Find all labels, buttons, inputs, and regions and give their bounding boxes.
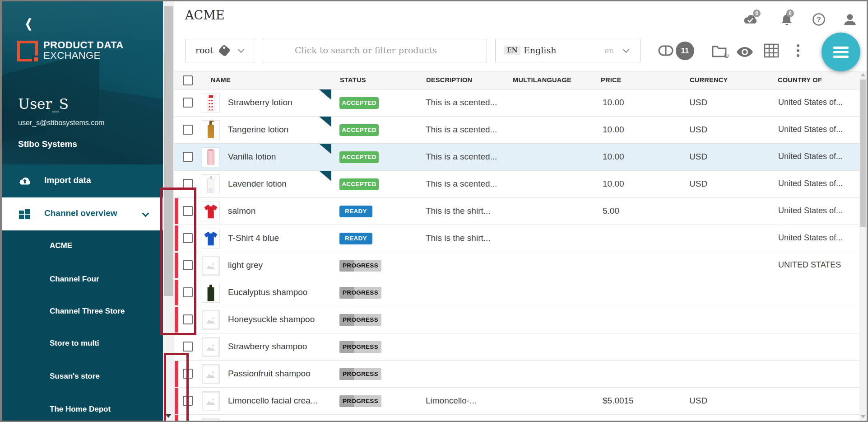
logo-line1: PRODUCT DATA	[43, 40, 124, 50]
product-currency: USD	[689, 98, 707, 108]
sidebar-item-channel-overview[interactable]: Channel overview	[0, 197, 163, 230]
dashboard-grid-icon	[18, 208, 32, 220]
user-name: User_S	[18, 96, 69, 112]
sidebar-item-label: Channel overview	[44, 208, 117, 218]
grid-view-icon[interactable]	[764, 43, 779, 58]
sidebar-channel-channel-four[interactable]: Channel Four	[50, 275, 153, 286]
status-badge: PROGRESS	[339, 341, 381, 353]
sidebar-channel-susan-s-store[interactable]: Susan's store	[50, 372, 153, 384]
row-checkbox[interactable]	[183, 342, 193, 352]
sidebar-channel-channel-three-store[interactable]: Channel Three Store	[50, 307, 153, 319]
table-row-passionfruit-shampoo[interactable]: Passionfruit shampooPROGRESS	[174, 361, 859, 388]
table-row-light-grey[interactable]: light greyPROGRESSUNITED STATES	[174, 252, 859, 279]
language-label: English	[524, 45, 556, 55]
product-name: light grey	[228, 260, 263, 270]
column-header-country-of[interactable]: COUNTRY OF	[778, 76, 822, 84]
bell-badge: 0	[786, 9, 794, 17]
product-price: 10.00	[603, 152, 624, 162]
product-name: Strawberry lotion	[228, 98, 292, 108]
sidebar-channel-the-home-depot[interactable]: The Home Depot	[50, 405, 153, 417]
mapped-count-badge[interactable]: 11	[676, 42, 694, 60]
table-row-strawberry-shampoo[interactable]: Strawberry shampooPROGRESS	[174, 333, 859, 361]
column-header-price[interactable]: PRICE	[601, 76, 622, 84]
menu-fab-button[interactable]	[822, 33, 860, 71]
checkbox-annotation-box-1	[160, 188, 196, 335]
status-badge: PROGRESS	[339, 368, 381, 380]
product-country: United States of...	[778, 179, 843, 188]
kebab-menu-icon[interactable]	[795, 43, 801, 59]
tshirt-thumbnail	[203, 230, 219, 247]
hierarchy-context-selector[interactable]: root	[185, 39, 254, 62]
product-currency: USD	[689, 396, 707, 406]
context-selector-value: root	[195, 45, 214, 55]
table-row-vanilla-lotion[interactable]: Vanilla lotionACCEPTEDThis is a scented.…	[174, 144, 859, 171]
select-all-checkbox[interactable]	[183, 75, 193, 85]
product-country: United States of...	[778, 125, 843, 134]
scrollbar-down-arrow-icon[interactable]	[861, 415, 865, 418]
product-price: 10.00	[603, 179, 624, 189]
product-price: $5.0015	[603, 396, 634, 406]
product-thumbnail	[202, 310, 220, 330]
status-badge: PROGRESS	[339, 260, 381, 272]
product-price: 10.00	[603, 98, 624, 108]
table-row-strawberry-lotion[interactable]: Strawberry lotionACCEPTEDThis is a scent…	[174, 89, 859, 117]
table-row-tangerine-lotion[interactable]: Tangerine lotionACCEPTEDThis is a scente…	[174, 117, 859, 144]
product-name: salmon	[228, 206, 255, 216]
person-icon[interactable]	[842, 13, 858, 26]
status-badge: PROGRESS	[339, 395, 381, 407]
toggle-pill-icon[interactable]	[658, 45, 673, 56]
status-badge: ACCEPTED	[339, 151, 379, 163]
product-table: Strawberry lotionACCEPTEDThis is a scent…	[174, 89, 859, 421]
window-border	[0, 0, 2, 422]
table-scrollbar[interactable]	[859, 71, 867, 421]
checkbox-annotation-box-2	[164, 353, 189, 422]
column-header-description[interactable]: DESCRIPTION	[426, 76, 472, 84]
sidebar: ❮ PRODUCT DATA EXCHANGE User_S user_s@st…	[0, 0, 163, 422]
product-data-exchange-logo: PRODUCT DATA EXCHANGE	[17, 40, 124, 61]
table-row-limoncello-facial-crea[interactable]: Limoncello facial crea...PROGRESSLimonce…	[174, 388, 859, 415]
sidebar-channel-acme[interactable]: ACME	[50, 241, 153, 253]
product-country: United States of...	[778, 98, 843, 107]
scrollbar-thumb[interactable]	[860, 80, 866, 227]
product-name: Honeysuckle shampoo	[228, 314, 315, 324]
table-row-lavender-lotion[interactable]: Lavender lotionACCEPTEDThis is a scented…	[174, 171, 859, 198]
collapse-sidebar-icon[interactable]: ❮	[25, 16, 32, 30]
row-checkbox[interactable]	[183, 152, 193, 162]
table-row-eucalyptus-shampoo[interactable]: Eucalyptus shampooPROGRESS	[174, 279, 859, 306]
image-placeholder-icon	[202, 392, 219, 411]
column-header-status[interactable]: STATUS	[340, 76, 366, 84]
column-header-currency[interactable]: CURRENCY	[690, 76, 728, 84]
table-row-honeysuckle-shampoo[interactable]: Honeysuckle shampooPROGRESS	[174, 306, 859, 333]
product-thumbnail	[202, 256, 220, 276]
product-thumbnail	[202, 337, 220, 357]
product-name: Limoncello facial crea...	[228, 396, 318, 406]
tag-icon	[218, 44, 231, 57]
table-row-partial[interactable]: PROGRESS	[174, 415, 859, 421]
help-icon[interactable]: ?	[811, 13, 826, 26]
status-badge: ACCEPTED	[339, 97, 379, 109]
table-row-salmon[interactable]: salmonREADYThis is the shirt...5.00Unite…	[174, 198, 859, 225]
row-checkbox[interactable]	[183, 125, 193, 135]
column-header-name[interactable]: NAME	[211, 76, 231, 84]
sidebar-channel-store-to-multi[interactable]: Store to multi	[50, 339, 153, 351]
product-description: This is a scented...	[426, 152, 497, 162]
logo-line2: EXCHANGE	[43, 50, 124, 61]
window-border	[0, 0, 868, 1]
chevron-down-icon	[623, 47, 629, 53]
scrollbar-up-arrow-icon[interactable]	[861, 73, 865, 76]
product-search-input[interactable]: Click to search or filter products	[263, 39, 487, 62]
folder-sync-icon[interactable]: ↻	[711, 43, 729, 59]
language-selector[interactable]: EN English en	[495, 39, 641, 62]
cloud-badge: 0	[753, 9, 761, 17]
svg-text:↻: ↻	[724, 52, 729, 59]
page-title: ACME	[185, 8, 225, 22]
image-placeholder-icon	[202, 256, 219, 275]
sidebar-item-import-data[interactable]: Import data	[0, 164, 163, 197]
product-thumbnail	[202, 391, 220, 411]
product-currency: USD	[689, 125, 707, 135]
eye-icon[interactable]	[736, 46, 754, 58]
table-row-t-shirt-4-blue[interactable]: T-Shirt 4 blueREADYThis is the shirt...U…	[174, 225, 859, 252]
column-header-multilanguage[interactable]: MULTILANGUAGE	[513, 76, 571, 84]
product-description: This is a scented...	[426, 125, 497, 135]
row-checkbox[interactable]	[183, 98, 193, 108]
